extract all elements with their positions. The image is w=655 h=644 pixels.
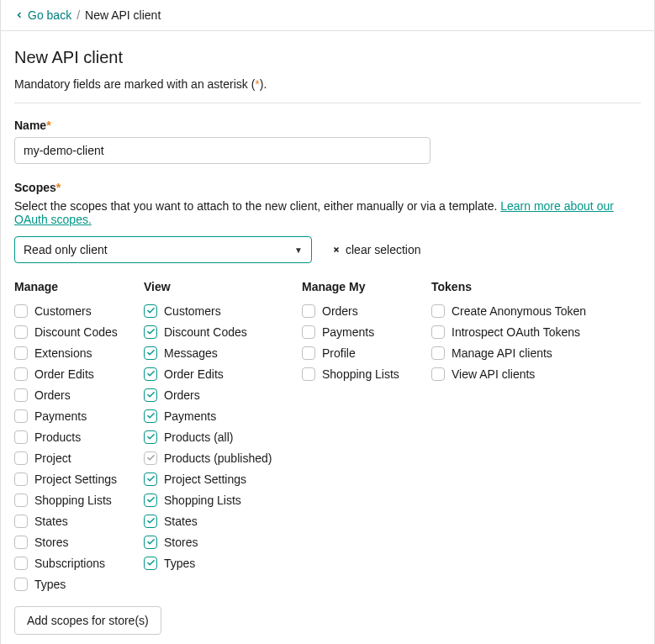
checkbox[interactable] <box>144 346 157 360</box>
checkbox-item[interactable]: Types <box>14 573 132 594</box>
scopes-label: Scopes* <box>14 181 641 194</box>
checkbox-label: Orders <box>164 388 200 402</box>
required-mark: * <box>46 119 50 132</box>
checkbox-label: Products <box>34 430 81 444</box>
checkbox[interactable] <box>144 557 157 570</box>
checkbox-item[interactable]: Shopping Lists <box>14 489 132 510</box>
clear-selection-button[interactable]: clear selection <box>332 243 421 256</box>
tokens-header: Tokens <box>431 280 600 293</box>
tokens-list: Create Anonymous TokenIntrospect OAuth T… <box>431 300 600 384</box>
checkbox-item[interactable]: States <box>144 510 290 531</box>
checkbox[interactable] <box>431 304 445 318</box>
checkbox-label: Extensions <box>34 346 92 360</box>
checkbox[interactable] <box>302 367 315 381</box>
checkbox[interactable] <box>14 304 28 318</box>
checkbox-label: Order Edits <box>34 367 94 381</box>
checkbox-item[interactable]: Manage API clients <box>431 342 600 363</box>
checkbox[interactable] <box>14 557 28 570</box>
checkbox-item[interactable]: Project Settings <box>14 468 132 489</box>
checkbox[interactable] <box>144 388 157 402</box>
checkbox[interactable] <box>144 536 157 549</box>
checkbox[interactable] <box>144 515 157 528</box>
checkbox-item[interactable]: Orders <box>14 384 132 405</box>
checkbox-item[interactable]: States <box>14 510 132 531</box>
checkbox[interactable] <box>14 430 28 444</box>
close-icon <box>332 245 341 254</box>
checkbox-label: Introspect OAuth Tokens <box>452 325 580 339</box>
checkbox-item[interactable]: Types <box>144 552 290 573</box>
checkbox[interactable] <box>144 325 157 339</box>
checkbox-label: Messages <box>164 346 218 360</box>
checkbox[interactable] <box>302 325 315 339</box>
checkbox[interactable] <box>14 325 28 339</box>
checkbox-item[interactable]: Project <box>14 447 132 468</box>
checkbox[interactable] <box>144 494 157 507</box>
go-back-label: Go back <box>28 8 71 22</box>
checkbox-item[interactable]: Shopping Lists <box>144 489 290 510</box>
checkbox[interactable] <box>14 515 28 528</box>
checkbox[interactable] <box>14 409 28 423</box>
checkbox-item[interactable]: Profile <box>302 342 420 363</box>
checkbox[interactable] <box>144 472 157 486</box>
checkbox-item[interactable]: Payments <box>14 405 132 426</box>
go-back-link[interactable]: Go back <box>14 8 71 22</box>
checkbox-item[interactable]: Shopping Lists <box>302 363 420 384</box>
checkbox-label: Discount Codes <box>164 325 247 339</box>
required-mark: * <box>56 181 61 194</box>
add-scopes-for-stores-button[interactable]: Add scopes for store(s) <box>14 606 161 635</box>
checkbox-item[interactable]: Stores <box>14 531 132 552</box>
checkbox[interactable] <box>14 472 28 486</box>
checkbox-label: Payments <box>164 409 216 423</box>
checkbox-item[interactable]: Discount Codes <box>14 321 132 342</box>
checkbox-item[interactable]: Discount Codes <box>144 321 290 342</box>
checkbox-item[interactable]: Customers <box>144 300 290 321</box>
checkbox[interactable] <box>144 451 157 465</box>
checkbox-label: Create Anonymous Token <box>452 304 586 318</box>
checkbox-item[interactable]: Order Edits <box>14 363 132 384</box>
checkbox[interactable] <box>14 536 28 549</box>
checkbox-item[interactable]: Products (published) <box>144 447 290 468</box>
checkbox[interactable] <box>144 409 157 423</box>
checkbox[interactable] <box>144 367 157 381</box>
checkbox-item[interactable]: Subscriptions <box>14 552 132 573</box>
checkbox-item[interactable]: Products (all) <box>144 426 290 447</box>
checkbox-label: Customers <box>164 304 221 318</box>
checkbox-label: Payments <box>34 409 87 423</box>
checkbox-item[interactable]: Introspect OAuth Tokens <box>431 321 600 342</box>
checkbox[interactable] <box>431 325 445 339</box>
checkbox-item[interactable]: Products <box>14 426 132 447</box>
checkbox-label: Order Edits <box>164 367 224 381</box>
checkbox[interactable] <box>14 451 28 465</box>
checkbox-label: States <box>34 515 68 528</box>
checkbox-item[interactable]: Orders <box>144 384 290 405</box>
scopes-hint: Select the scopes that you want to attac… <box>14 199 641 226</box>
checkbox[interactable] <box>14 346 28 360</box>
template-select[interactable]: Read only client ▼ <box>14 236 312 263</box>
checkbox[interactable] <box>431 346 445 360</box>
checkbox-item[interactable]: Messages <box>144 342 290 363</box>
checkbox[interactable] <box>144 430 157 444</box>
checkbox-item[interactable]: Payments <box>144 405 290 426</box>
checkbox[interactable] <box>302 304 315 318</box>
checkbox[interactable] <box>14 494 28 507</box>
name-input[interactable] <box>14 137 431 164</box>
checkbox-item[interactable]: Orders <box>302 300 420 321</box>
checkbox-item[interactable]: Project Settings <box>144 468 290 489</box>
checkbox-item[interactable]: Create Anonymous Token <box>431 300 600 321</box>
checkbox[interactable] <box>431 367 445 381</box>
checkbox[interactable] <box>144 304 157 318</box>
checkbox-label: Types <box>34 578 66 591</box>
checkbox-item[interactable]: Payments <box>302 321 420 342</box>
checkbox-item[interactable]: Order Edits <box>144 363 290 384</box>
checkbox-item[interactable]: Extensions <box>14 342 132 363</box>
checkbox[interactable] <box>14 578 28 591</box>
checkbox[interactable] <box>14 367 28 381</box>
checkbox[interactable] <box>302 346 315 360</box>
checkbox-item[interactable]: Stores <box>144 531 290 552</box>
checkbox-item[interactable]: Customers <box>14 300 132 321</box>
checkbox-item[interactable]: View API clients <box>431 363 600 384</box>
checkbox[interactable] <box>14 388 28 402</box>
manage-header: Manage <box>14 280 132 293</box>
checkbox-label: Orders <box>34 388 71 402</box>
breadcrumb-current: New API client <box>85 8 161 22</box>
